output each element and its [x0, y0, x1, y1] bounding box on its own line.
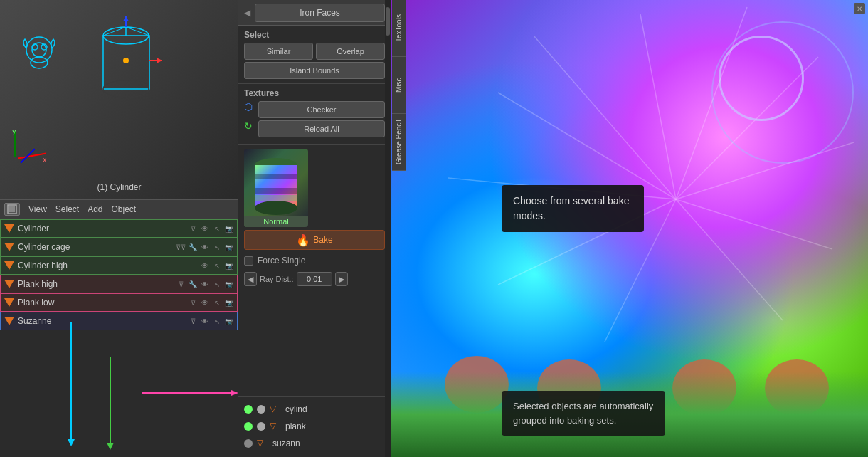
ray-dist-left-btn[interactable]: ◀ [244, 272, 257, 286]
svg-marker-14 [157, 58, 162, 63]
cursor-icon-2[interactable]: ↖ [212, 242, 222, 252]
left-panel: x y [0, 0, 238, 457]
axis-x-indicator [18, 153, 46, 159]
filter-icon-2[interactable]: ⊽⊽ [176, 242, 186, 252]
island-bounds-button[interactable]: Island Bounds [244, 62, 385, 79]
set-dot-cylind [244, 405, 253, 414]
menu-object[interactable]: Object [112, 204, 137, 214]
cursor-icon-3[interactable]: ↖ [212, 261, 222, 270]
outliner: Cylinder ⊽ 👁 ↖ 📷 Cylinder cage ⊽⊽ 🔧 👁 ↖ … [0, 219, 238, 457]
checker-row: ⬡ Checker [244, 101, 385, 118]
reload-button[interactable]: Reload All [258, 120, 385, 137]
scroll-bar[interactable] [385, 0, 391, 457]
menu-select[interactable]: Select [55, 204, 79, 214]
close-button[interactable]: ✕ [854, 3, 865, 14]
textures-title: Textures [244, 88, 385, 98]
eye-icon-5[interactable]: 👁 [200, 298, 210, 308]
svg-rect-28 [255, 188, 297, 194]
render-icon-5[interactable]: 📷 [224, 298, 234, 308]
tab-grease-pencil[interactable]: Grease Pencil [392, 114, 406, 171]
eye-icon-2[interactable]: 👁 [200, 242, 210, 252]
set-row-plank: ▽ plank [244, 419, 385, 434]
axis-label-x: x [43, 155, 47, 164]
svg-marker-19 [68, 439, 75, 446]
render-icon-2[interactable]: 📷 [224, 242, 234, 252]
set-label-cylind: cylind [285, 404, 385, 414]
mode-icon[interactable] [4, 203, 20, 216]
tooltip-grouping: Selected objects are automatically group… [502, 391, 665, 436]
cursor-icon-4[interactable]: ↖ [212, 279, 222, 289]
filter-icon-4[interactable]: ⊽ [176, 279, 186, 289]
eye-icon-6[interactable]: 👁 [200, 316, 210, 326]
row-label-plank-high: Plank high [18, 279, 176, 289]
axis-y-indicator [14, 132, 16, 157]
outliner-row-plank-low[interactable]: Plank low ⊽ 👁 ↖ 📷 [0, 293, 238, 312]
checker-button[interactable]: Checker [258, 101, 385, 118]
svg-point-26 [255, 201, 297, 215]
eye-icon-4[interactable]: 👁 [200, 279, 210, 289]
outliner-row-cylinder-cage[interactable]: Cylinder cage ⊽⊽ 🔧 👁 ↖ 📷 [0, 238, 238, 256]
svg-point-15 [123, 58, 129, 63]
bake-preview-image: Normal [244, 149, 308, 227]
render-circle-large [711, 21, 854, 164]
outliner-row-cylinder-high[interactable]: Cylinder high 👁 ↖ 📷 [0, 256, 238, 275]
render-icon-3[interactable]: 📷 [224, 261, 234, 270]
render-icon-6[interactable]: 📷 [224, 316, 234, 326]
select-title: Select [244, 30, 385, 40]
tab-textools[interactable]: TexTools [392, 0, 406, 57]
similar-button[interactable]: Similar [244, 43, 313, 60]
filter-icon-5[interactable]: ⊽ [188, 298, 198, 308]
set-mesh-icon-plank: ▽ [270, 421, 281, 432]
outliner-row-suzanne[interactable]: Suzanne ⊽ 👁 ↖ 📷 [0, 312, 238, 330]
middle-panel: TexTools Misc Grease Pencil ◀ Iron Faces… [238, 0, 391, 457]
ray-dist-row: ◀ Ray Dist.: ▶ [244, 271, 385, 287]
iron-faces-label[interactable]: Iron Faces [300, 8, 340, 18]
menu-bar: View Select Add Object [0, 199, 238, 219]
menu-view[interactable]: View [28, 204, 47, 214]
cursor-icon-5[interactable]: ↖ [212, 298, 222, 308]
bake-section: Normal 🔥 Bake Force Single ◀ Ray Dist.: … [238, 145, 391, 396]
force-single-label: Force Single [258, 256, 305, 266]
set-label-suzann: suzann [272, 438, 385, 448]
triangle-icon-4 [4, 278, 15, 290]
set-mesh-icon-cylind: ▽ [270, 404, 281, 415]
triangle-icon-5 [4, 297, 15, 308]
outliner-row-plank-high[interactable]: Plank high ⊽ 🔧 👁 ↖ 📷 [0, 275, 238, 293]
overlap-button[interactable]: Overlap [316, 43, 385, 60]
menu-add[interactable]: Add [88, 204, 102, 214]
svg-rect-29 [255, 195, 297, 201]
cursor-icon[interactable]: ↖ [212, 224, 222, 233]
set-dot2-cylind [257, 405, 265, 414]
wrench-icon-2[interactable]: 🔧 [188, 279, 198, 289]
svg-point-0 [26, 37, 52, 63]
render-icon-4[interactable]: 📷 [224, 279, 234, 289]
back-arrow-icon[interactable]: ◀ [244, 8, 250, 18]
outliner-row-cylinder[interactable]: Cylinder ⊽ 👁 ↖ 📷 [0, 219, 238, 238]
svg-marker-12 [123, 16, 129, 21]
wrench-icon[interactable]: 🔧 [188, 242, 198, 252]
checker-icon: ⬡ [244, 101, 253, 118]
filter-icon[interactable]: ⊽ [188, 224, 198, 233]
right-panel: Choose from several bake modes. Selected… [391, 0, 868, 457]
eye-icon[interactable]: 👁 [200, 224, 210, 233]
ray-dist-label: Ray Dist.: [260, 275, 294, 283]
ray-dist-input[interactable] [297, 272, 332, 286]
eye-icon-3[interactable]: 👁 [200, 261, 210, 270]
reload-row: ↻ Reload All [244, 120, 385, 137]
force-single-row: Force Single [244, 253, 385, 268]
row-actions-suzanne: ⊽ 👁 ↖ 📷 [188, 316, 234, 326]
bake-button[interactable]: 🔥 Bake [244, 230, 385, 250]
render-icon[interactable]: 📷 [224, 224, 234, 233]
tab-misc[interactable]: Misc [392, 57, 406, 114]
svg-marker-23 [107, 443, 114, 450]
row-actions-cylinder-high: 👁 ↖ 📷 [200, 261, 234, 270]
tooltip-bake-modes: Choose from several bake modes. [502, 185, 644, 232]
triangle-icon [4, 223, 15, 234]
triangle-icon-3 [4, 260, 15, 271]
force-single-checkbox[interactable] [244, 256, 253, 266]
sets-list: ▽ cylind ▽ plank ▽ suzann [238, 396, 391, 457]
svg-rect-27 [255, 174, 297, 179]
cursor-icon-6[interactable]: ↖ [212, 316, 222, 326]
ray-dist-right-btn[interactable]: ▶ [335, 272, 348, 286]
filter-icon-6[interactable]: ⊽ [188, 316, 198, 326]
